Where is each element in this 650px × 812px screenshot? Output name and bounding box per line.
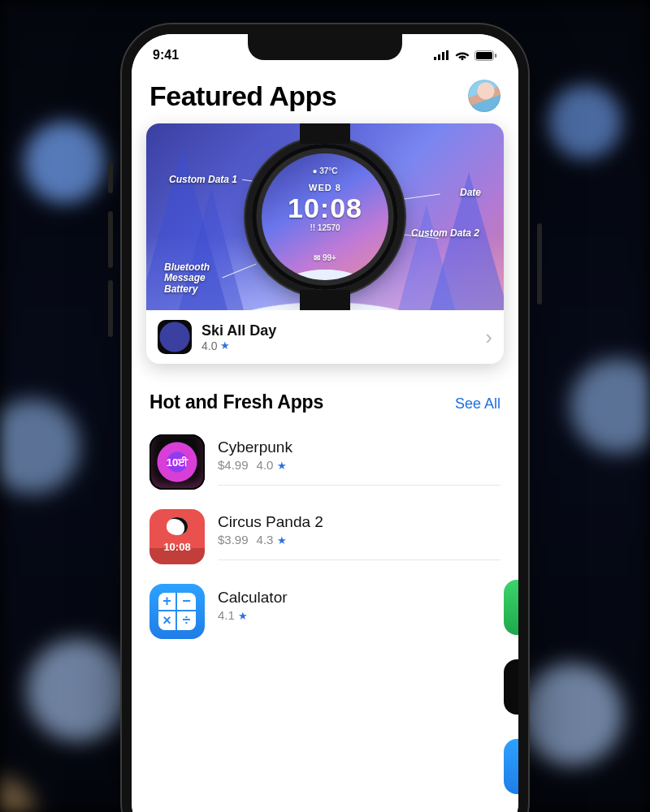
- featured-hero: Custom Data 1 Date Custom Data 2 Bluetoo…: [146, 123, 504, 310]
- callout-bluetooth-message-battery: Bluetooth Message Battery: [164, 262, 210, 296]
- app-rating: 4.0 ★: [257, 458, 287, 472]
- featured-app-title: Ski All Day: [202, 322, 475, 339]
- phone-frame: 9:41 Featured Apps Custom Data 1: [122, 24, 528, 812]
- peek-app-icon[interactable]: [504, 580, 518, 635]
- page-title: Featured Apps: [150, 80, 336, 112]
- peek-app-icon[interactable]: [504, 659, 518, 715]
- callout-custom-data-1: Custom Data 1: [169, 174, 237, 185]
- app-price: $4.99: [218, 458, 249, 472]
- featured-app-icon: [158, 320, 192, 354]
- phone-notch: [248, 34, 402, 60]
- app-name: Cyberpunk: [218, 438, 500, 456]
- watch-face: ● 37°C WED 8 10:08 !! 12570 ✉ 99+: [262, 153, 388, 280]
- app-icon-circus-panda: [150, 509, 205, 564]
- app-icon-cyberpunk: [150, 434, 205, 490]
- wifi-icon: [455, 50, 470, 61]
- phone-volume-down: [108, 280, 113, 337]
- phone-mute-switch: [108, 162, 113, 193]
- app-row[interactable]: +−×÷ Calculator 4.1 ★: [150, 574, 500, 649]
- phone-volume-up: [108, 211, 113, 268]
- app-icon-calculator: +−×÷: [150, 584, 205, 639]
- app-name: Calculator: [218, 589, 500, 607]
- star-icon: ★: [277, 460, 287, 472]
- featured-app-rating: 4.0★: [202, 339, 475, 352]
- app-rating: 4.1 ★: [218, 608, 248, 622]
- chevron-right-icon: ›: [485, 325, 492, 350]
- app-price: $3.99: [218, 533, 249, 546]
- hot-fresh-section: Hot and Fresh Apps See All Cyberpunk $4.…: [132, 364, 518, 649]
- section-title: Hot and Fresh Apps: [150, 391, 323, 413]
- app-row[interactable]: Circus Panda 2 $3.99 4.3 ★: [150, 499, 500, 574]
- screen: 9:41 Featured Apps Custom Data 1: [132, 34, 518, 812]
- app-rating: 4.3 ★: [257, 533, 287, 546]
- phone-power-button: [537, 223, 542, 304]
- tree-decoration: [398, 205, 455, 310]
- star-icon: ★: [238, 610, 248, 622]
- calculator-glyph: +−×÷: [158, 593, 196, 630]
- page-header: Featured Apps: [132, 71, 518, 123]
- peek-app-icon[interactable]: [504, 739, 518, 794]
- watch-time: 10:08: [262, 192, 388, 224]
- watch-temp: ● 37°C: [262, 166, 388, 175]
- app-row[interactable]: Cyberpunk $4.99 4.0 ★: [150, 425, 500, 499]
- svg-rect-2: [495, 54, 496, 58]
- svg-rect-1: [476, 52, 492, 59]
- profile-avatar[interactable]: [468, 80, 500, 112]
- watch-strap: [300, 123, 350, 144]
- status-time: 9:41: [153, 48, 179, 63]
- watch-day: WED 8: [262, 183, 388, 192]
- star-icon: ★: [277, 534, 287, 546]
- watch-steps: !! 12570: [262, 223, 388, 232]
- star-icon: ★: [220, 339, 230, 352]
- callout-date: Date: [460, 187, 481, 198]
- cellular-icon: [434, 50, 450, 60]
- watch-messages: ✉ 99+: [262, 253, 388, 262]
- see-all-link[interactable]: See All: [455, 395, 500, 412]
- featured-card-footer[interactable]: Ski All Day 4.0★ ›: [146, 310, 504, 364]
- watch-illustration: ● 37°C WED 8 10:08 !! 12570 ✉ 99+: [252, 144, 398, 290]
- app-name: Circus Panda 2: [218, 513, 500, 531]
- battery-icon: [474, 50, 497, 61]
- featured-card[interactable]: Custom Data 1 Date Custom Data 2 Bluetoo…: [146, 123, 504, 364]
- watch-strap: [300, 290, 350, 310]
